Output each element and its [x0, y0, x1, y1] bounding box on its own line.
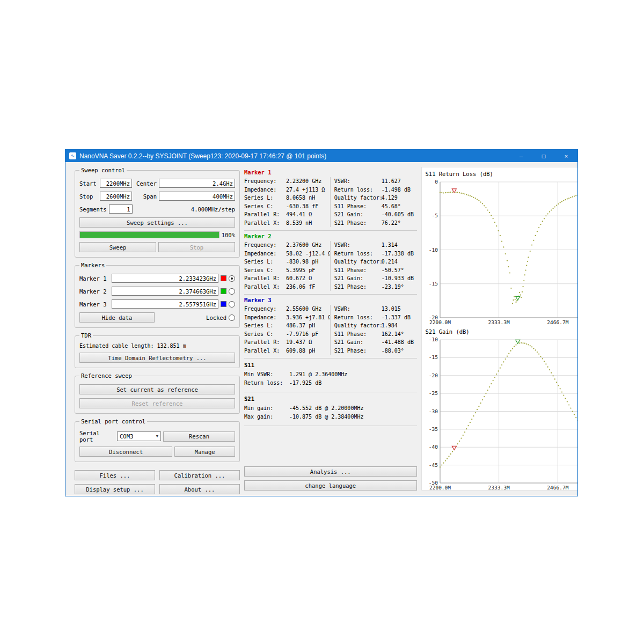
calibration-button[interactable]: Calibration ... [159, 470, 240, 480]
nanovna-saver-window: ∿ NanoVNA Saver 0.2.2--by SYSJOINT (Swee… [65, 149, 578, 496]
maximize-icon[interactable]: □ [532, 150, 555, 162]
marker-data-value: -40.605 dB [382, 210, 414, 219]
marker-2-color-swatch[interactable] [221, 288, 226, 294]
marker-data-label: VSWR: [334, 177, 382, 186]
stop-button[interactable]: Stop [158, 242, 235, 252]
disconnect-button[interactable]: Disconnect [79, 447, 172, 457]
s21-chart-canvas[interactable]: -10-15-20-25-30-35-40-45-502200.0M2333.3… [424, 335, 577, 492]
marker-data-row: S11 Phase:162.14° [334, 330, 417, 339]
marker-data-label: Impedance: [244, 186, 286, 194]
marker-data-value: 5.3995 pF [286, 266, 315, 275]
center-input[interactable] [159, 179, 235, 188]
marker-1-sparams-column: VSWR:11.627Return loss:-1.498 dBQuality … [331, 177, 417, 227]
s11-return-loss-chart[interactable]: S11 Return Loss (dB) 0-5-10-15-202200.0M… [424, 169, 577, 327]
cable-length-text: Estimated cable length: 132.851 m [79, 343, 235, 349]
marker-3-section-title: Marker 3 [244, 297, 417, 303]
marker-data-row: Quality factor:0.214 [334, 258, 417, 266]
marker-data-label: Return loss: [334, 313, 382, 322]
svg-text:-40: -40 [428, 444, 437, 450]
marker-2-label: Marker 2 [79, 288, 109, 295]
marker-3-impedance-column: Frequency:2.55600 GHzImpedance:3.936 +j7… [244, 305, 331, 355]
tdr-group: TDR Estimated cable length: 132.851 m Ti… [75, 332, 240, 368]
display-setup-button[interactable]: Display setup ... [75, 484, 155, 494]
marker-data-label: Impedance: [244, 313, 286, 322]
marker-data-label: S21 Phase: [334, 283, 382, 291]
hide-data-button[interactable]: Hide data [79, 312, 155, 323]
segments-input[interactable] [109, 204, 133, 214]
marker-3-row: Marker 3 [79, 299, 235, 309]
marker-data-label: S21 Phase: [334, 347, 382, 355]
time-domain-reflectometry-button[interactable]: Time Domain Reflectometry ... [79, 353, 235, 363]
sweep-row-2: Stop Span [79, 192, 235, 201]
s21-summary-section: S21 Min gain: -45.552 dB @ 2.20000MHz Ma… [244, 392, 417, 426]
locked-checkbox[interactable] [229, 314, 235, 321]
marker-data-label: Frequency: [244, 241, 286, 250]
marker-data-row: S21 Phase:-23.19° [334, 283, 417, 291]
change-language-button[interactable]: change language [244, 480, 417, 491]
svg-text:-45: -45 [428, 462, 437, 468]
rescan-button[interactable]: Rescan [163, 431, 235, 442]
serial-port-value: COM3 [120, 433, 133, 440]
marker-3-radio[interactable] [229, 301, 235, 308]
marker-data-value: -7.9716 pF [286, 330, 318, 339]
marker-2-frequency-input[interactable] [112, 287, 218, 296]
marker-data-value: -830.98 pH [286, 258, 318, 266]
max-gain-value: -10.875 dB @ 2.38400MHz [289, 413, 363, 421]
start-input[interactable] [100, 179, 132, 188]
tdr-title: TDR [79, 332, 93, 339]
window-title: NanoVNA Saver 0.2.2--by SYSJOINT (Sweep1… [79, 152, 326, 160]
svg-text:-5: -5 [431, 213, 437, 218]
sweep-settings-button[interactable]: Sweep settings ... [79, 217, 235, 228]
marker-data-row: Series C:5.3995 pF [244, 266, 328, 275]
stop-input[interactable] [100, 192, 132, 201]
marker-data-row: Impedance:27.4 +j113 Ω [244, 186, 328, 194]
s11-chart-canvas[interactable]: 0-5-10-15-202200.0M2333.3M2466.7M2600.0M [424, 178, 577, 327]
marker-1-frequency-input[interactable] [112, 274, 218, 283]
marker-data-row: S21 Gain:-40.605 dB [334, 210, 417, 219]
marker-1-row: Marker 1 [79, 274, 235, 283]
marker-data-value: -88.03° [382, 347, 404, 355]
marker-data-label: S21 Gain: [334, 210, 382, 219]
span-input[interactable] [159, 192, 235, 201]
close-icon[interactable]: × [555, 150, 577, 162]
marker-data-row: Parallel R:494.41 Ω [244, 210, 328, 219]
title-bar[interactable]: ∿ NanoVNA Saver 0.2.2--by SYSJOINT (Swee… [65, 150, 577, 162]
s21-summary-title: S21 [244, 396, 417, 402]
marker-data-label: Parallel X: [244, 219, 286, 228]
marker-data-value: 609.88 pH [286, 347, 315, 355]
marker-data-label: Frequency: [244, 305, 286, 313]
marker-1-color-swatch[interactable] [221, 275, 226, 281]
sweep-row-1: Start Center [79, 179, 235, 188]
marker-data-row: Parallel X:236.06 fF [244, 283, 328, 291]
reset-reference-button[interactable]: Reset reference [79, 398, 235, 408]
analysis-button[interactable]: Analysis ... [244, 466, 417, 477]
marker-2-radio[interactable] [229, 288, 235, 295]
about-button[interactable]: About ... [159, 484, 240, 494]
set-current-as-reference-button[interactable]: Set current as reference [79, 384, 235, 394]
marker-data-row: Series L:8.0658 nH [244, 194, 328, 202]
s21-gain-chart[interactable]: S21 Gain (dB) -10-15-20-25-30-35-40-45-5… [424, 327, 577, 492]
files-button[interactable]: Files ... [75, 470, 155, 480]
svg-text:-10: -10 [428, 336, 437, 342]
marker-data-value: 1.984 [382, 321, 398, 330]
hide-data-row: Hide data Locked [79, 312, 235, 323]
marker-data-label: Parallel X: [244, 347, 286, 355]
serial-port-select[interactable]: COM3 ▼ [117, 431, 161, 441]
sweep-button[interactable]: Sweep [79, 242, 156, 252]
marker-data-label: Frequency: [244, 177, 286, 186]
manage-button[interactable]: Manage [174, 447, 235, 457]
marker-data-value: -41.488 dB [382, 338, 414, 347]
marker-data-label: Quality factor: [334, 258, 382, 266]
serial-port-row: Serial port COM3 ▼ Rescan [79, 430, 235, 443]
marker-data-row: Parallel X:609.88 pH [244, 347, 328, 355]
marker-data-row: S21 Phase:76.22° [334, 219, 417, 228]
marker-3-frequency-input[interactable] [112, 299, 218, 309]
marker-3-color-swatch[interactable] [221, 301, 226, 307]
marker-data-row: S11 Phase:45.68° [334, 202, 417, 211]
marker-data-label: S11 Phase: [334, 266, 382, 275]
locked-label: Locked [206, 314, 226, 321]
marker-1-radio[interactable] [229, 275, 235, 282]
s11-chart-title: S11 Return Loss (dB) [426, 171, 577, 177]
minimize-icon[interactable]: – [510, 150, 532, 162]
svg-text:-15: -15 [428, 354, 437, 360]
